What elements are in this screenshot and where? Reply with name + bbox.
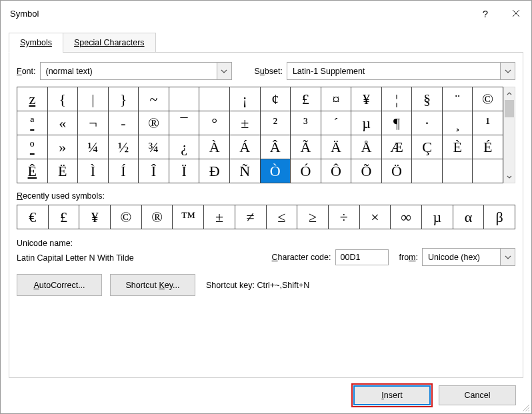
symbol-grid[interactable]: z{|}~¡¢£¤¥¦§¨©ª«¬-®¯°±²³´µ¶·¸¹º»¼½¾¿ÀÁÂÃ… [17,87,503,183]
symbol-cell[interactable]: ¥ [351,87,382,111]
recent-cell[interactable]: ≥ [297,205,329,229]
symbol-cell[interactable]: ´ [321,111,352,135]
recent-cell[interactable]: ≤ [267,205,298,229]
recent-cell[interactable]: ¥ [79,205,111,229]
symbol-cell[interactable]: Æ [382,135,413,159]
recent-grid[interactable]: €£¥©®™±≠≤≥÷×∞µαβ [17,205,515,229]
symbol-cell[interactable]: Â [261,135,291,159]
symbol-cell[interactable] [169,87,200,111]
symbol-cell[interactable]: ¡ [230,87,261,111]
symbol-cell[interactable]: ® [139,111,169,135]
symbol-cell[interactable]: ª [17,111,48,135]
font-combobox[interactable]: (normal text) [40,62,232,80]
close-button[interactable] [501,1,531,26]
recent-cell[interactable]: × [360,205,391,229]
shortcut-key-button[interactable]: Shortcut Key... [110,274,195,296]
recent-cell[interactable]: β [484,205,515,229]
recent-cell[interactable]: £ [49,205,80,229]
recent-cell[interactable]: ® [142,205,173,229]
help-button[interactable]: ? [470,1,501,26]
symbol-cell[interactable]: Ë [48,159,79,183]
tab-symbols[interactable]: Symbols [9,33,63,53]
symbol-cell[interactable]: | [78,87,109,111]
symbol-cell[interactable] [412,159,443,183]
recent-cell[interactable]: € [17,205,49,229]
cancel-button[interactable]: Cancel [439,385,516,405]
symbol-cell[interactable]: ¼ [78,135,109,159]
symbol-cell[interactable]: » [48,135,79,159]
insert-button[interactable]: Insert [353,385,431,405]
symbol-cell[interactable]: ² [261,111,291,135]
symbol-cell[interactable]: Ô [321,159,352,183]
recent-cell[interactable]: ™ [173,205,204,229]
autocorrect-button[interactable]: AutoCorrect... [17,274,102,296]
recent-cell[interactable]: ÷ [329,205,360,229]
symbol-cell[interactable]: Ç [412,135,443,159]
symbol-cell[interactable]: ¶ [382,111,413,135]
symbol-cell[interactable]: Ó [291,159,321,183]
symbol-cell[interactable]: } [109,87,139,111]
font-dropdown-button[interactable] [217,63,231,79]
recent-cell[interactable]: ± [204,205,235,229]
symbol-cell[interactable]: Ò [261,159,291,183]
recent-cell[interactable]: © [111,205,142,229]
symbol-cell[interactable]: Ì [78,159,109,183]
symbol-cell[interactable]: Ê [17,159,48,183]
recent-cell[interactable]: α [453,205,485,229]
char-code-input[interactable]: 00D1 [335,249,389,265]
symbol-cell[interactable]: Î [139,159,169,183]
from-combobox[interactable]: Unicode (hex) [422,248,515,266]
subset-combobox[interactable]: Latin-1 Supplement [287,62,515,80]
recent-cell[interactable]: ∞ [391,205,422,229]
recent-cell[interactable]: ≠ [235,205,267,229]
symbol-cell[interactable] [443,159,473,183]
symbol-cell[interactable]: ¢ [261,87,291,111]
symbol-cell[interactable] [473,159,503,183]
symbol-cell[interactable]: ¿ [169,135,200,159]
symbol-cell[interactable]: Ö [382,159,413,183]
symbol-cell[interactable]: È [443,135,473,159]
symbol-cell[interactable]: µ [351,111,382,135]
symbol-cell[interactable]: ¦ [382,87,413,111]
tab-special-characters[interactable]: Special Characters [63,33,156,53]
symbol-cell[interactable]: § [412,87,443,111]
symbol-cell[interactable]: ± [230,111,261,135]
symbol-cell[interactable]: Á [230,135,261,159]
symbol-cell[interactable]: ° [199,111,230,135]
symbol-cell[interactable]: ~ [139,87,169,111]
grid-scrollbar[interactable] [503,87,515,183]
symbol-cell[interactable]: · [412,111,443,135]
symbol-cell[interactable]: ³ [291,111,321,135]
resize-grip-icon[interactable] [521,403,530,412]
symbol-cell[interactable]: Ï [169,159,200,183]
recent-cell[interactable]: µ [422,205,453,229]
symbol-cell[interactable]: ¨ [443,87,473,111]
symbol-cell[interactable]: Ñ [230,159,261,183]
symbol-cell[interactable] [199,87,230,111]
scroll-up-button[interactable] [504,87,515,99]
symbol-cell[interactable]: À [199,135,230,159]
scroll-track[interactable] [504,99,515,171]
symbol-cell[interactable]: ¯ [169,111,200,135]
symbol-cell[interactable]: « [48,111,79,135]
symbol-cell[interactable]: Í [109,159,139,183]
symbol-cell[interactable]: ¹ [473,111,503,135]
symbol-cell[interactable]: ¬ [78,111,109,135]
symbol-cell[interactable]: z [17,87,48,111]
subset-dropdown-button[interactable] [500,63,515,79]
symbol-cell[interactable]: ½ [109,135,139,159]
symbol-cell[interactable]: Đ [199,159,230,183]
scroll-down-button[interactable] [504,171,515,183]
symbol-cell[interactable]: Ã [291,135,321,159]
symbol-cell[interactable]: ¸ [443,111,473,135]
symbol-cell[interactable]: ¤ [321,87,352,111]
symbol-cell[interactable]: º [17,135,48,159]
symbol-cell[interactable]: Õ [351,159,382,183]
symbol-cell[interactable]: É [473,135,503,159]
symbol-cell[interactable]: © [473,87,503,111]
symbol-cell[interactable]: { [48,87,79,111]
symbol-cell[interactable]: Ä [321,135,352,159]
symbol-cell[interactable]: £ [291,87,321,111]
symbol-cell[interactable]: - [109,111,139,135]
symbol-cell[interactable]: Å [351,135,382,159]
